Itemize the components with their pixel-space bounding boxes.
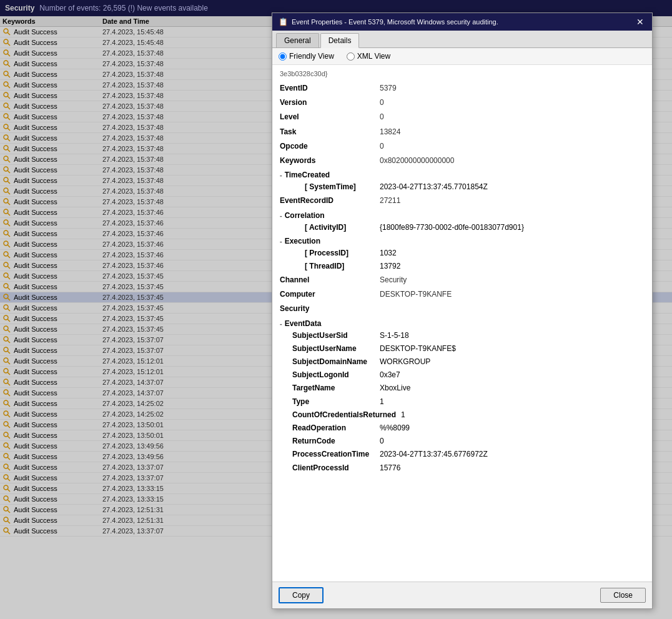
xml-view-option[interactable]: XML View [347, 52, 390, 61]
type-label: Type [292, 396, 380, 408]
process-id-value: 1032 [380, 247, 397, 259]
type-value: 1 [380, 396, 384, 408]
target-name-label: TargetName [292, 382, 380, 394]
system-time-value: 2023-04-27T13:37:45.7701854Z [380, 181, 488, 193]
execution-label: Execution [285, 237, 320, 245]
subject-domain-row: SubjectDomainName WORKGROUP [280, 355, 645, 369]
version-label: Version [280, 97, 380, 109]
subject-domain-label: SubjectDomainName [292, 356, 380, 368]
event-id-row: EventID 5379 [280, 81, 645, 96]
type-row: Type 1 [280, 395, 645, 409]
thread-id-value: 13792 [380, 260, 400, 272]
details-panel[interactable]: 3e3b0328c30d} EventID 5379 Version 0 Lev… [272, 65, 652, 582]
computer-row: Computer DESKTOP-T9KANFE [280, 287, 645, 302]
version-value: 0 [380, 97, 645, 109]
read-operation-value: %%8099 [380, 422, 410, 434]
modal-footer: Copy Close [272, 582, 652, 608]
correlation-toggle[interactable]: - [280, 212, 282, 219]
channel-value: Security [380, 274, 645, 286]
dialog-title: Event Properties - Event 5379, Microsoft… [292, 18, 635, 26]
activity-id-row: [ ActivityID] {1800fe89-7730-0002-d0fe-0… [280, 221, 645, 234]
channel-label: Channel [280, 274, 380, 286]
thread-id-row: [ ThreadID] 13792 [280, 260, 645, 273]
execution-section: - Execution [280, 237, 645, 245]
client-process-id-value: 15776 [380, 462, 400, 474]
task-label: Task [280, 126, 380, 138]
opcode-value: 0 [380, 141, 645, 152]
close-button[interactable]: Close [600, 588, 646, 603]
event-id-label: EventID [280, 82, 380, 94]
keywords-row: Keywords 0x8020000000000000 [280, 154, 645, 168]
footer-left: Copy [279, 587, 324, 603]
event-properties-dialog: 📋 Event Properties - Event 5379, Microso… [272, 12, 653, 609]
event-record-id-row: EventRecordID 27211 [280, 194, 645, 208]
return-code-label: ReturnCode [292, 435, 380, 447]
friendly-view-label: Friendly View [289, 52, 334, 61]
process-id-label: [ ProcessID] [305, 247, 380, 259]
security-field-value [380, 303, 645, 315]
read-operation-row: ReadOperation %%8099 [280, 422, 645, 435]
tab-general[interactable]: General [276, 33, 319, 47]
subject-domain-value: WORKGROUP [380, 356, 430, 368]
process-creation-time-label: ProcessCreationTime [292, 448, 380, 460]
level-value: 0 [380, 111, 645, 123]
modal-close-button[interactable]: ✕ [635, 16, 646, 27]
security-field-label: Security [280, 303, 380, 315]
subject-user-sid-value: S-1-5-18 [380, 330, 409, 342]
subject-logon-id-label: SubjectLogonId [292, 369, 380, 381]
task-value: 13824 [380, 126, 645, 138]
level-row: Level 0 [280, 110, 645, 124]
version-row: Version 0 [280, 96, 645, 110]
read-operation-label: ReadOperation [292, 422, 380, 434]
subject-username-row: SubjectUserName DESKTOP-T9KANFE$ [280, 342, 645, 355]
event-data-section: - EventData [280, 319, 645, 328]
client-process-id-row: ClientProcessId 15776 [280, 462, 645, 475]
target-name-value: XboxLive [380, 382, 410, 394]
time-created-toggle[interactable]: - [280, 171, 282, 179]
event-data-toggle[interactable]: - [280, 320, 282, 327]
task-row: Task 13824 [280, 125, 645, 139]
event-record-id-label: EventRecordID [280, 195, 380, 207]
event-record-id-value: 27211 [380, 195, 645, 207]
tab-details[interactable]: Details [320, 33, 360, 48]
computer-label: Computer [280, 289, 380, 300]
opcode-label: Opcode [280, 141, 380, 152]
correlation-label: Correlation [285, 211, 325, 220]
process-creation-time-value: 2023-04-27T13:37:45.6776972Z [380, 448, 488, 460]
modal-titlebar: 📋 Event Properties - Event 5379, Microso… [272, 13, 652, 31]
time-created-section: - TimeCreated [280, 171, 645, 179]
computer-value: DESKTOP-T9KANFE [380, 289, 645, 300]
target-name-row: TargetName XboxLive [280, 382, 645, 395]
subject-logon-id-value: 0x3e7 [380, 369, 400, 381]
system-time-row: [ SystemTime] 2023-04-27T13:37:45.770185… [280, 181, 645, 194]
process-creation-time-row: ProcessCreationTime 2023-04-27T13:37:45.… [280, 448, 645, 461]
title-icon: 📋 [279, 17, 288, 26]
modal-content: 3e3b0328c30d} EventID 5379 Version 0 Lev… [272, 65, 652, 582]
friendly-view-option[interactable]: Friendly View [279, 52, 334, 61]
channel-row: Channel Security [280, 273, 645, 287]
level-label: Level [280, 111, 380, 123]
subject-user-sid-label: SubjectUserSid [292, 330, 380, 342]
execution-toggle[interactable]: - [280, 237, 282, 245]
copy-button[interactable]: Copy [279, 587, 324, 603]
subject-username-label: SubjectUserName [292, 343, 380, 355]
client-process-id-label: ClientProcessId [292, 462, 380, 474]
return-code-row: ReturnCode 0 [280, 435, 645, 448]
activity-id-label: [ ActivityID] [305, 222, 380, 234]
return-code-value: 0 [380, 435, 384, 447]
hash-line: 3e3b0328c30d} [280, 70, 645, 77]
opcode-row: Opcode 0 [280, 139, 645, 154]
system-time-label: [ SystemTime] [305, 181, 380, 193]
event-id-value: 5379 [380, 82, 645, 94]
time-created-label: TimeCreated [285, 171, 330, 179]
keywords-label: Keywords [280, 155, 380, 167]
subject-username-value: DESKTOP-T9KANFE$ [380, 343, 456, 355]
modal-tabs: General Details [272, 31, 652, 48]
event-data-label: EventData [285, 319, 322, 328]
friendly-view-radio[interactable] [279, 52, 287, 61]
security-row: Security [280, 302, 645, 316]
thread-id-label: [ ThreadID] [305, 260, 380, 272]
view-options: Friendly View XML View [272, 48, 652, 65]
keywords-value: 0x8020000000000000 [380, 155, 645, 167]
xml-view-radio[interactable] [347, 52, 355, 61]
